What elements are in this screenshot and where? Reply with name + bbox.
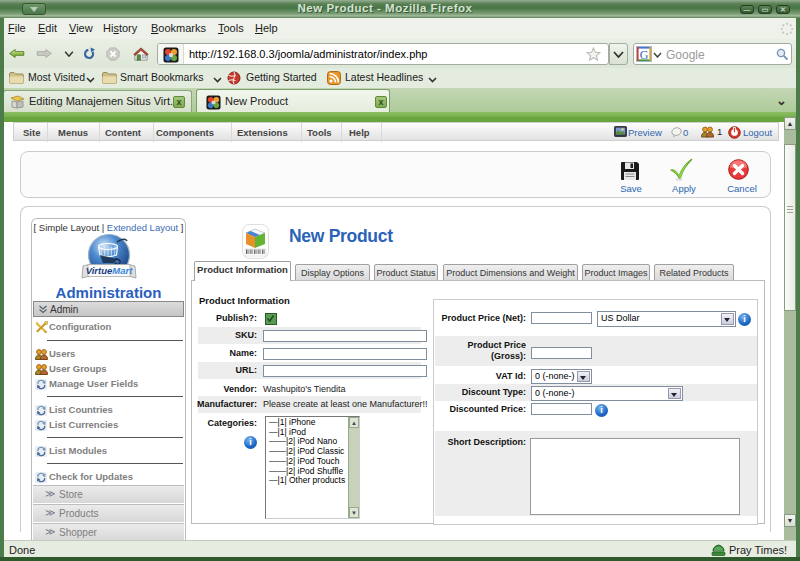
svg-text:G: G bbox=[640, 48, 649, 62]
svg-text:VirtueMart: VirtueMart bbox=[86, 265, 133, 276]
